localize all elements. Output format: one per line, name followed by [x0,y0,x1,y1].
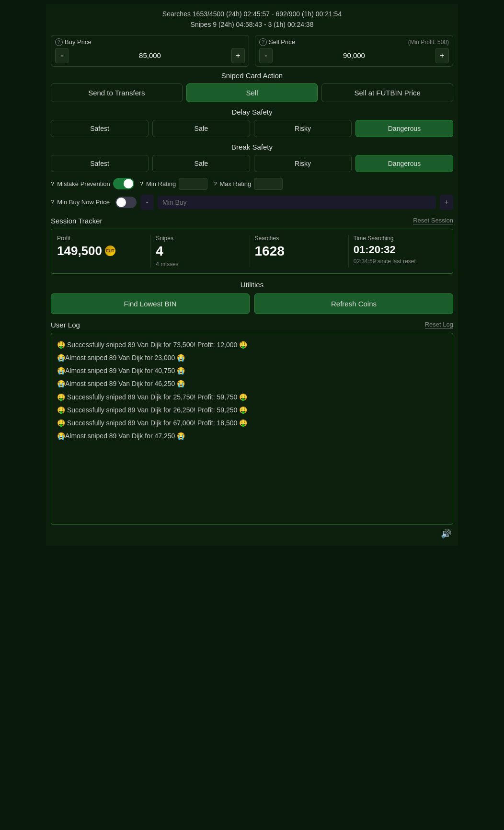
coin-icon: FUT [105,245,115,256]
snipes-stat: Snipes 4 4 misses [151,235,250,268]
find-lowest-bin-button[interactable]: Find Lowest BIN [51,293,250,314]
profit-label: Profit [57,235,146,242]
log-entry-3: 😭Almost sniped 89 Van Dijk for 46,250 😭 [57,378,447,390]
status-bar: Searches 1653/4500 (24h) 02:45:57 - 692/… [51,9,453,30]
max-rating-label: Max Rating [219,180,251,187]
delay-safety-buttons: Safest Safe Risky Dangerous [51,120,453,137]
break-risky-button[interactable]: Risky [254,155,352,172]
sniped-card-action-title: Sniped Card Action [51,71,453,80]
snipes-sub: 4 misses [156,261,244,268]
mistake-prevention-toggle[interactable] [113,178,134,189]
time-sub: 02:34:59 since last reset [354,258,442,265]
utility-buttons: Find Lowest BIN Refresh Coins [51,293,453,314]
log-entry-1: 😭Almost sniped 89 Van Dijk for 23,000 😭 [57,352,447,364]
log-entry-5: 🤑 Successfully sniped 89 Van Dijk for 26… [57,404,447,416]
delay-safety-title: Delay Safety [51,108,453,116]
max-rating-input[interactable] [254,178,283,190]
user-log-header: User Log Reset Log [51,321,453,329]
max-rating-help-icon[interactable]: ? [213,180,217,187]
buy-price-group: ? Buy Price - + [51,35,249,67]
mistake-prevention-item: ? Mistake Prevention [51,178,134,189]
action-buttons: Send to Transfers Sell Sell at FUTBIN Pr… [51,83,453,102]
options-row: ? Mistake Prevention ? Min Rating ? Max … [51,178,453,190]
user-log-box: 🤑 Successfully sniped 89 Van Dijk for 73… [51,333,453,525]
min-buy-now-toggle[interactable] [115,197,137,208]
status-line1: Searches 1653/4500 (24h) 02:45:57 - 692/… [51,9,453,19]
bottom-bar: 🔊 [51,525,453,541]
max-rating-item: ? Max Rating [213,178,283,190]
break-dangerous-button[interactable]: Dangerous [355,155,453,172]
status-line2: Snipes 9 (24h) 04:58:43 - 3 (1h) 00:24:3… [51,19,453,30]
log-entry-0: 🤑 Successfully sniped 89 Van Dijk for 73… [57,339,447,351]
buy-price-help-icon[interactable]: ? [55,38,63,46]
utilities-title: Utilities [51,281,453,289]
min-rating-item: ? Min Rating [140,178,207,190]
buy-price-input[interactable] [71,51,229,59]
min-rating-help-icon[interactable]: ? [140,180,143,187]
delay-safe-button[interactable]: Safe [152,120,250,137]
main-container: Searches 1653/4500 (24h) 02:45:57 - 692/… [46,4,458,546]
searches-stat-value: 1628 [255,244,344,259]
min-rating-label: Min Rating [146,180,176,187]
sound-icon[interactable]: 🔊 [441,528,451,539]
break-safe-button[interactable]: Safe [152,155,250,172]
min-rating-input[interactable] [179,178,207,190]
time-stat: Time Searching 01:20:32 02:34:59 since l… [349,235,447,268]
time-label: Time Searching [354,235,442,242]
price-row: ? Buy Price - + ? Sell Price (Min Profit… [51,35,453,67]
log-entry-6: 🤑 Successfully sniped 89 Van Dijk for 67… [57,417,447,429]
sell-at-futbin-button[interactable]: Sell at FUTBIN Price [321,83,453,102]
sell-price-input-row: - + [259,48,449,63]
toggle-thumb [124,179,133,188]
min-buy-now-label: Min Buy Now Price [57,199,110,206]
min-buy-now-help-icon[interactable]: ? [51,199,54,206]
sell-price-plus-button[interactable]: + [435,48,449,63]
delay-safest-button[interactable]: Safest [51,120,149,137]
sell-price-help-icon[interactable]: ? [259,38,267,46]
refresh-coins-button[interactable]: Refresh Coins [254,293,453,314]
snipes-value: 4 [156,244,244,259]
user-log-title: User Log [51,321,80,329]
delay-dangerous-button[interactable]: Dangerous [355,120,453,137]
min-profit-label: (Min Profit: 500) [408,39,449,46]
min-buy-minus-button[interactable]: - [140,195,154,210]
send-to-transfers-button[interactable]: Send to Transfers [51,83,183,102]
break-safety-buttons: Safest Safe Risky Dangerous [51,155,453,172]
profit-stat: Profit 149,500 FUT [57,235,151,268]
sell-price-label: ? Sell Price (Min Profit: 500) [259,38,449,46]
buy-price-plus-button[interactable]: + [231,48,245,63]
delay-risky-button[interactable]: Risky [254,120,352,137]
mistake-prevention-label: Mistake Prevention [57,180,110,187]
session-tracker-header: Session Tracker Reset Session [51,217,453,225]
session-box: Profit 149,500 FUT Snipes 4 4 misses Sea… [51,229,453,274]
log-entry-4: 🤑 Successfully sniped 89 Van Dijk for 25… [57,391,447,403]
log-entry-7: 😭Almost sniped 89 Van Dijk for 47,250 😭 [57,430,447,442]
searches-stat-label: Searches [255,235,344,242]
buy-price-label: ? Buy Price [55,38,245,46]
snipes-label: Snipes [156,235,244,242]
log-entry-2: 😭Almost sniped 89 Van Dijk for 40,750 😭 [57,365,447,377]
session-tracker-title: Session Tracker [51,217,103,225]
searches-stat: Searches 1628 [250,235,349,268]
reset-log-button[interactable]: Reset Log [425,321,453,328]
reset-session-button[interactable]: Reset Session [413,217,453,224]
sell-button[interactable]: Sell [186,83,318,102]
sell-price-minus-button[interactable]: - [259,48,273,63]
min-buy-now-toggle-thumb [116,198,126,207]
min-buy-now-row: ? Min Buy Now Price - + [51,195,453,210]
break-safety-title: Break Safety [51,143,453,151]
min-buy-now-item: ? Min Buy Now Price [51,199,110,206]
min-buy-input[interactable] [158,196,436,209]
buy-price-minus-button[interactable]: - [55,48,69,63]
sell-price-input[interactable] [275,51,433,59]
time-value: 01:20:32 [354,244,442,256]
sell-price-group: ? Sell Price (Min Profit: 500) - + [255,35,453,67]
mistake-prevention-help-icon[interactable]: ? [51,180,54,187]
profit-value: 149,500 FUT [57,244,146,258]
min-buy-plus-button[interactable]: + [440,195,453,210]
break-safest-button[interactable]: Safest [51,155,149,172]
buy-price-input-row: - + [55,48,245,63]
